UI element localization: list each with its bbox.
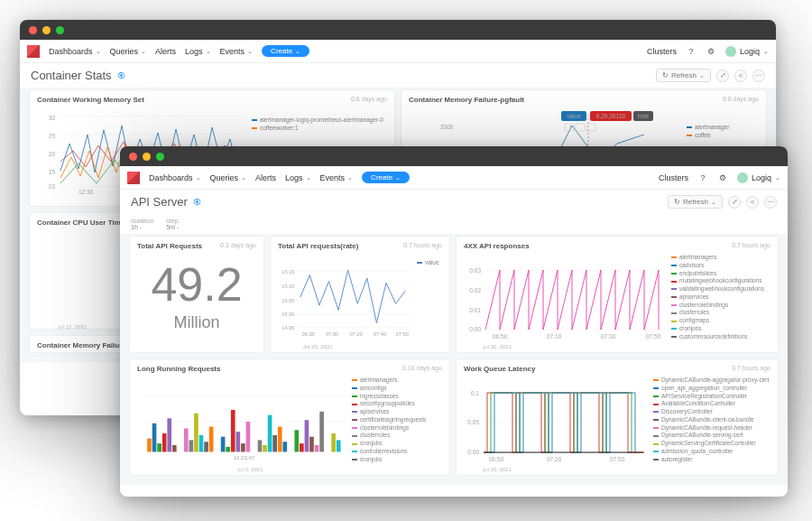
nav-clusters[interactable]: Clusters — [647, 47, 677, 56]
svg-rect-22 — [576, 124, 585, 131]
nav-queries[interactable]: Queries⌄ — [210, 173, 247, 182]
counter-value: 49.2 — [151, 261, 242, 308]
more-button[interactable]: ⋯ — [752, 70, 765, 82]
user-menu[interactable]: Logiq⌄ — [737, 172, 780, 183]
user-menu[interactable]: Logiq⌄ — [725, 46, 769, 57]
legend-item[interactable]: configmaps — [671, 317, 770, 325]
legend-item[interactable]: DynamicCABundle-request-header — [653, 424, 770, 433]
share-button[interactable]: < — [746, 196, 759, 209]
legend-item[interactable]: AvailableConditionController — [653, 400, 770, 408]
legend-item[interactable]: apiservices — [352, 408, 442, 416]
svg-text:2000: 2000 — [440, 124, 454, 130]
svg-text:0.05: 0.05 — [467, 419, 479, 425]
help-icon[interactable]: ? — [686, 47, 697, 56]
nav-logs[interactable]: Logs⌄ — [185, 47, 211, 56]
legend-item[interactable]: DynamicCABundle-client-ca-bundle — [653, 416, 770, 424]
timestamp: 0.3 days ago — [220, 242, 256, 248]
legend-item[interactable]: securitygrouppolicies — [352, 400, 442, 408]
nav-queries[interactable]: Queries⌄ — [110, 47, 147, 56]
tile-title: Long Running Requests — [137, 365, 442, 373]
legend-item[interactable]: DynamicCABundle-serving-cert — [653, 432, 770, 440]
fullscreen-button[interactable]: ⤢ — [716, 70, 729, 82]
nav-events[interactable]: Events⌄ — [220, 47, 254, 56]
legend-item[interactable]: cronjobs — [352, 456, 442, 464]
svg-rect-83 — [246, 422, 251, 451]
legend-item[interactable]: certificatesigningrequests — [352, 416, 442, 424]
legend-item[interactable]: mutatingwebhookconfigurations — [671, 277, 770, 285]
svg-text:0.1: 0.1 — [471, 390, 479, 396]
refresh-menu[interactable]: ↻ Refresh ⌄ — [668, 195, 723, 209]
legend-item[interactable]: apiservices — [671, 293, 770, 302]
close-icon[interactable] — [29, 26, 37, 34]
more-button[interactable]: ⋯ — [764, 196, 777, 209]
svg-text:30: 30 — [49, 115, 56, 121]
maximize-icon[interactable] — [156, 153, 164, 161]
svg-rect-95 — [319, 412, 324, 452]
svg-rect-93 — [309, 437, 314, 452]
legend-item[interactable]: APIServiceRegistrationController — [653, 393, 770, 401]
create-button[interactable]: Create⌄ — [262, 45, 309, 57]
svg-text:0.03: 0.03 — [469, 267, 481, 274]
svg-text:07:40: 07:40 — [374, 331, 386, 337]
settings-icon[interactable]: ⚙ — [706, 47, 716, 56]
nav-clusters[interactable]: Clusters — [659, 173, 688, 182]
svg-text:06:30: 06:30 — [301, 331, 314, 337]
fullscreen-button[interactable]: ⤢ — [728, 196, 741, 209]
settings-icon[interactable]: ⚙ — [717, 173, 728, 182]
legend-item[interactable]: ingressclasses — [352, 393, 442, 401]
legend-item[interactable]: endpointslices — [671, 270, 770, 278]
legend-item[interactable]: cronjobs — [671, 325, 770, 333]
svg-text:07:50: 07:50 — [610, 456, 625, 462]
maximize-icon[interactable] — [56, 26, 64, 34]
legend-item[interactable]: clusterroles — [352, 432, 442, 440]
nav-alerts[interactable]: Alerts — [155, 47, 176, 56]
legend-item[interactable]: autoregister — [653, 456, 770, 464]
legend-item[interactable]: cadvisors — [671, 262, 770, 270]
legend-item[interactable]: amconfigs — [352, 385, 442, 393]
publish-icon[interactable]: ⦿ — [193, 198, 201, 207]
legend-item[interactable]: controllerrevisions — [352, 448, 442, 456]
svg-text:13:23:47: 13:23:47 — [234, 455, 255, 461]
legend-item[interactable]: cronjobs — [352, 440, 442, 448]
svg-rect-86 — [268, 415, 272, 452]
x-date: jul 20, 2021 — [484, 344, 770, 349]
legend-item[interactable]: alertmanagers — [352, 377, 442, 385]
legend-item[interactable]: validatingwebhookconfigurations — [671, 285, 770, 293]
nav-alerts[interactable]: Alerts — [255, 173, 276, 182]
tile-title: 4XX API responses — [464, 242, 770, 250]
minimize-icon[interactable] — [42, 26, 51, 34]
share-button[interactable]: < — [734, 70, 747, 82]
publish-icon[interactable]: ⦿ — [117, 71, 125, 80]
nav-dashboards[interactable]: Dashboards⌄ — [49, 47, 101, 56]
nav-logs[interactable]: Logs⌄ — [285, 173, 311, 182]
close-icon[interactable] — [129, 153, 137, 161]
create-button[interactable]: Create⌄ — [362, 172, 410, 183]
svg-rect-73 — [189, 440, 194, 451]
minimize-icon[interactable] — [143, 153, 151, 161]
refresh-menu[interactable]: ↻ Refresh ⌄ — [656, 69, 711, 82]
legend: value — [417, 259, 442, 344]
svg-text:25: 25 — [49, 133, 56, 139]
legend-item[interactable]: clusterroles — [671, 309, 770, 317]
svg-text:0.02: 0.02 — [469, 287, 481, 293]
legend-item[interactable]: DiscoveryController — [653, 408, 770, 416]
svg-text:15.15: 15.15 — [281, 269, 294, 274]
chart-4xx: 0.03 0.02 0.01 0.00 06:50 07:10 07:30 07… — [464, 254, 666, 344]
legend-item[interactable]: admission_quota_controller — [653, 448, 770, 456]
tile-title: Work Queue Latency — [464, 365, 770, 373]
tile-total-requests: Total API Requests 0.3 days ago 49.2 Mil… — [129, 236, 264, 353]
nav-events[interactable]: Events⌄ — [320, 173, 354, 182]
svg-rect-94 — [315, 445, 319, 451]
legend-item[interactable]: DynamicServingCertificateController — [653, 440, 770, 448]
legend-item[interactable]: customresourcedefinitions — [671, 333, 770, 341]
timestamp: 0.8 days ago — [351, 96, 387, 102]
legend-item[interactable]: alertmanagers — [671, 254, 770, 262]
legend-item[interactable]: open_api_aggregation_controller — [653, 385, 770, 393]
legend-item[interactable]: clusterrolebindings — [352, 424, 442, 433]
svg-rect-81 — [236, 432, 241, 451]
svg-rect-66 — [147, 439, 152, 452]
help-icon[interactable]: ? — [697, 173, 708, 182]
nav-dashboards[interactable]: Dashboards⌄ — [149, 173, 201, 182]
legend-item[interactable]: clusterrolebindings — [671, 302, 770, 310]
legend-item[interactable]: DynamicCABundle-aggregator-proxy-cert — [653, 377, 770, 385]
